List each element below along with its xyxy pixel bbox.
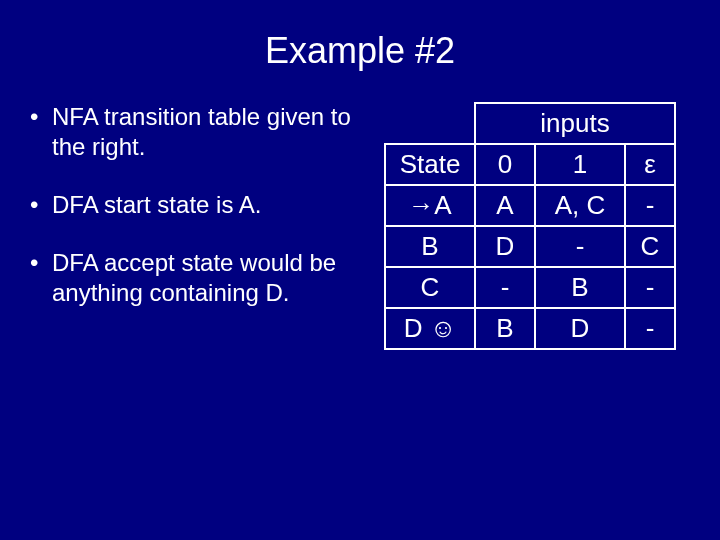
transition-table-wrap: inputs State 0 1 ε →A A A, C - B D -: [370, 102, 690, 350]
slide-title: Example #2: [30, 30, 690, 72]
cell: -: [535, 226, 625, 267]
table-row: →A A A, C -: [385, 185, 675, 226]
inputs-header: inputs: [475, 103, 675, 144]
cell: B: [535, 267, 625, 308]
state-cell: D ☺: [385, 308, 475, 349]
table-row: C - B -: [385, 267, 675, 308]
bullet-item: DFA accept state would be anything conta…: [30, 248, 370, 308]
state-cell: C: [385, 267, 475, 308]
bullet-list: NFA transition table given to the right.…: [30, 102, 370, 336]
cell: C: [625, 226, 675, 267]
cell: D: [475, 226, 535, 267]
table-row: B D - C: [385, 226, 675, 267]
blank-cell: [385, 103, 475, 144]
cell: -: [625, 185, 675, 226]
slide-body: NFA transition table given to the right.…: [30, 102, 690, 350]
table-header-row-1: inputs: [385, 103, 675, 144]
cell: A: [475, 185, 535, 226]
cell: D: [535, 308, 625, 349]
bullet-item: DFA start state is A.: [30, 190, 370, 220]
col-1-header: 1: [535, 144, 625, 185]
col-epsilon-header: ε: [625, 144, 675, 185]
state-cell: B: [385, 226, 475, 267]
cell: A, C: [535, 185, 625, 226]
cell: -: [625, 267, 675, 308]
bullet-item: NFA transition table given to the right.: [30, 102, 370, 162]
slide: Example #2 NFA transition table given to…: [0, 0, 720, 540]
cell: -: [475, 267, 535, 308]
cell: B: [475, 308, 535, 349]
state-header: State: [385, 144, 475, 185]
transition-table: inputs State 0 1 ε →A A A, C - B D -: [384, 102, 676, 350]
table-header-row-2: State 0 1 ε: [385, 144, 675, 185]
table-row: D ☺ B D -: [385, 308, 675, 349]
state-cell: →A: [385, 185, 475, 226]
cell: -: [625, 308, 675, 349]
col-0-header: 0: [475, 144, 535, 185]
